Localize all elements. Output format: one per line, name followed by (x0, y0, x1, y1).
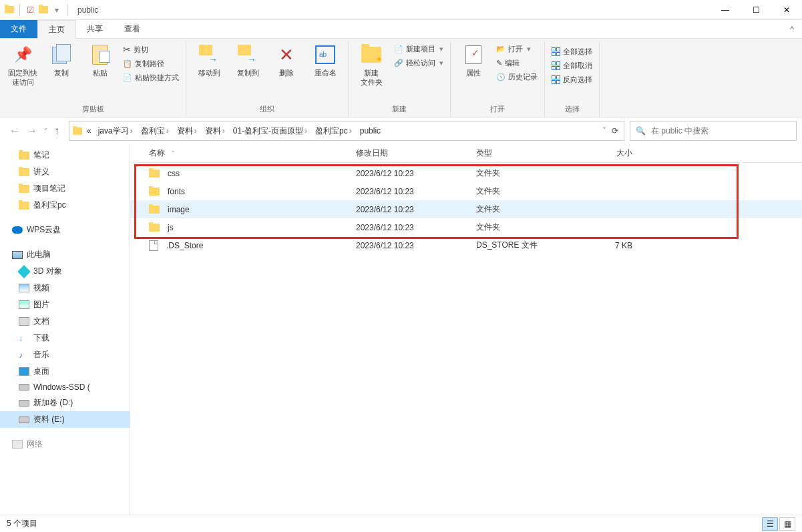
tab-view[interactable]: 查看 (114, 20, 151, 38)
group-organize-label: 组织 (190, 103, 344, 117)
obj3d-icon (17, 265, 31, 278)
invert-button[interactable]: 反向选择 (549, 73, 595, 86)
addr-dropdown-icon[interactable]: ˅ (602, 126, 606, 136)
folder-icon (19, 168, 29, 176)
sidebar-item[interactable]: 视频 (0, 280, 130, 296)
sidebar-item-wps[interactable]: WPS云盘 (0, 222, 130, 238)
copy-button[interactable]: 复制 (43, 41, 80, 80)
edit-button[interactable]: ✎编辑 (493, 57, 540, 69)
file-row[interactable]: fonts 2023/6/12 10:23 文件夹 (130, 182, 802, 200)
folder-icon (149, 224, 160, 232)
breadcrumb-seg[interactable]: 盈利宝pc› (313, 125, 356, 137)
newitem-button[interactable]: 📄新建项目▾ (391, 43, 446, 55)
sidebar-item[interactable]: 讲义 (0, 164, 130, 180)
download-icon: ↓ (19, 334, 29, 343)
breadcrumb-seg[interactable]: 资料› (174, 125, 201, 137)
history-button[interactable]: 🕓历史记录 (493, 71, 540, 83)
statusbar: 5 个项目 ☰ ▦ (0, 515, 802, 532)
sidebar-item[interactable]: 桌面 (0, 363, 130, 380)
sidebar-item[interactable]: 3D 对象 (0, 263, 130, 280)
pin-button[interactable]: 📌 固定到快 速访问 (4, 41, 41, 89)
sidebar-item[interactable]: 新加卷 (D:) (0, 394, 130, 411)
scissors-icon: ✂ (123, 44, 131, 55)
delete-icon: ✕ (276, 44, 297, 65)
qat-properties-icon[interactable]: ☑ (25, 5, 35, 15)
newfolder-button[interactable]: 新建 文件夹 (353, 41, 390, 89)
nav-recent-dropdown[interactable]: ˅ (44, 127, 47, 135)
breadcrumb-seg[interactable]: 01-盈利宝-页面原型› (230, 125, 311, 137)
sidebar-item[interactable]: 文档 (0, 313, 130, 330)
file-name: image (168, 205, 190, 214)
sidebar-item[interactable]: 笔记 (0, 147, 130, 164)
col-name[interactable]: 名称˄ (130, 148, 351, 159)
file-name: css (168, 169, 180, 178)
paste-button[interactable]: 粘贴 (81, 41, 119, 80)
nav-back-button[interactable]: ← (9, 125, 20, 137)
view-details-button[interactable]: ☰ (762, 517, 778, 531)
col-size[interactable]: 大小 (571, 148, 638, 159)
sidebar-item[interactable]: Windows-SSD ( (0, 380, 130, 394)
titlebar: ☑ ▾ public — ☐ ✕ (0, 0, 802, 20)
group-new-label: 新建 (353, 103, 446, 117)
file-type: DS_STORE 文件 (471, 240, 571, 251)
easyaccess-button[interactable]: 🔗轻松访问▾ (391, 57, 446, 69)
sidebar-item-thispc[interactable]: 此电脑 (0, 246, 130, 263)
rename-button[interactable]: 重命名 (307, 41, 344, 80)
copyto-button[interactable]: 复制到 (229, 41, 266, 80)
sidebar-item[interactable]: 资料 (E:) (0, 411, 130, 428)
view-icons-button[interactable]: ▦ (779, 517, 795, 531)
selectnone-button[interactable]: 全部取消 (549, 59, 595, 72)
newitem-icon: 📄 (394, 45, 403, 53)
file-row[interactable]: image 2023/6/12 10:23 文件夹 (130, 200, 802, 218)
qat-newfolder-icon[interactable] (38, 5, 49, 15)
sidebar-item[interactable]: 项目笔记 (0, 180, 130, 197)
selectall-button[interactable]: 全部选择 (549, 45, 595, 58)
tab-home[interactable]: 主页 (37, 20, 76, 39)
sidebar-item[interactable]: ↓下载 (0, 330, 130, 346)
refresh-button[interactable]: ⟳ (612, 126, 618, 136)
status-count: 5 个项目 (7, 518, 37, 529)
delete-button[interactable]: ✕ 删除 (268, 41, 305, 80)
file-name: js (168, 223, 174, 232)
search-input[interactable] (651, 126, 791, 136)
file-row[interactable]: css 2023/6/12 10:23 文件夹 (130, 164, 802, 182)
properties-button[interactable]: 属性 (455, 41, 492, 80)
minimize-button[interactable]: — (710, 0, 741, 20)
history-icon: 🕓 (496, 73, 506, 81)
col-type[interactable]: 类型 (471, 148, 571, 159)
sidebar-item[interactable]: 图片 (0, 296, 130, 313)
folder-icon (19, 202, 29, 210)
sidebar-item[interactable]: 盈利宝pc (0, 197, 130, 214)
breadcrumb-seg[interactable]: 盈利宝› (138, 125, 173, 137)
picture-icon (19, 300, 29, 309)
breadcrumb-prefix[interactable]: « (84, 126, 94, 136)
close-button[interactable]: ✕ (771, 0, 802, 20)
sidebar-item-network[interactable]: 网络 (0, 436, 130, 453)
breadcrumb-seg[interactable]: 资料› (202, 125, 229, 137)
address-bar[interactable]: « java学习› 盈利宝› 资料› 资料› 01-盈利宝-页面原型› 盈利宝p… (69, 121, 624, 141)
nav-forward-button[interactable]: → (27, 125, 37, 137)
copypath-icon: 📋 (123, 59, 132, 68)
col-date[interactable]: 修改日期 (351, 148, 471, 159)
video-icon (19, 284, 29, 292)
tab-file[interactable]: 文件 (0, 20, 37, 38)
file-row[interactable]: js 2023/6/12 10:23 文件夹 (130, 218, 802, 236)
search-box[interactable]: 🔍 (630, 121, 797, 141)
maximize-button[interactable]: ☐ (741, 0, 771, 20)
sidebar-item[interactable]: ♪音乐 (0, 346, 130, 363)
breadcrumb-seg[interactable]: public (357, 126, 383, 136)
tab-share[interactable]: 共享 (76, 20, 114, 38)
copypath-button[interactable]: 📋复制路径 (120, 57, 182, 70)
drive-icon (19, 400, 29, 407)
file-type: 文件夹 (471, 186, 571, 197)
file-size: 7 KB (571, 241, 638, 250)
qat-dropdown-icon[interactable]: ▾ (51, 5, 62, 15)
cut-button[interactable]: ✂剪切 (120, 43, 182, 56)
ribbon-collapse-icon[interactable]: ^ (782, 20, 802, 38)
moveto-button[interactable]: 移动到 (190, 41, 228, 80)
nav-up-button[interactable]: ↑ (54, 125, 59, 137)
breadcrumb-seg[interactable]: java学习› (95, 125, 137, 137)
open-button[interactable]: 📂打开▾ (493, 43, 540, 55)
pasteshortcut-button[interactable]: 📄粘贴快捷方式 (120, 71, 182, 84)
file-row[interactable]: .DS_Store 2023/6/12 10:23 DS_STORE 文件 7 … (130, 236, 802, 254)
